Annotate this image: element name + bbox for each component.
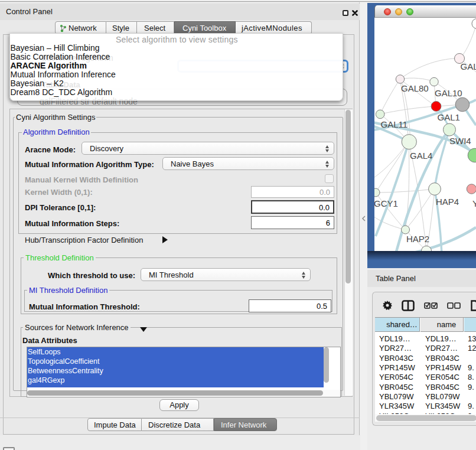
- svg-text:GAL80: GAL80: [401, 83, 429, 93]
- svg-text:Y: Y: [472, 198, 476, 208]
- svg-text:GCY1: GCY1: [374, 198, 398, 208]
- svg-text:SWI4: SWI4: [449, 136, 471, 146]
- svg-text:GAL1: GAL1: [438, 112, 460, 122]
- svg-text:GAL11: GAL11: [381, 119, 408, 129]
- svg-text:GAL10: GAL10: [435, 88, 462, 98]
- svg-text:HAP4: HAP4: [436, 197, 459, 207]
- svg-text:GAL2: GAL2: [461, 61, 476, 71]
- svg-text:GAL4: GAL4: [410, 151, 432, 161]
- svg-text:HAP2: HAP2: [406, 234, 429, 244]
